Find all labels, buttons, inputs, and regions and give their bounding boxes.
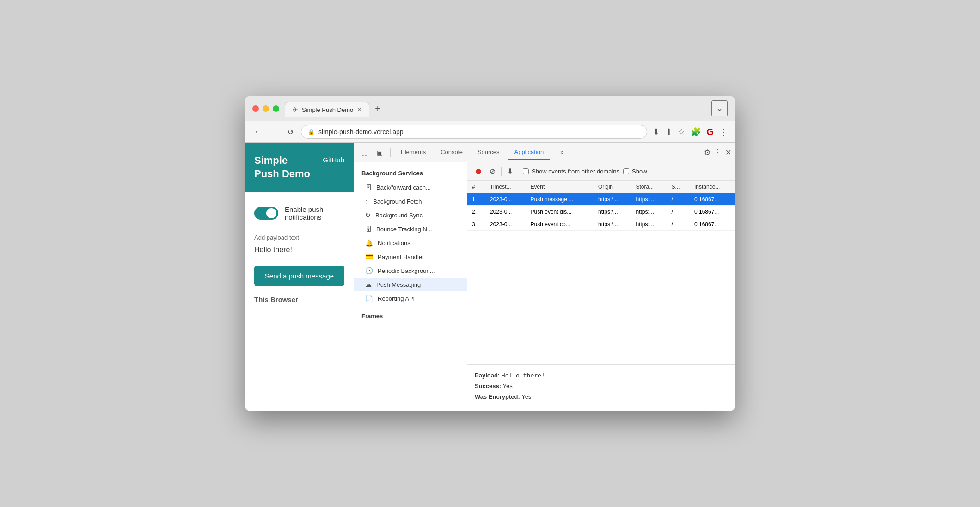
push-notifications-toggle[interactable] — [254, 207, 278, 220]
show-checkbox-label[interactable]: Show ... — [623, 168, 654, 175]
sidebar-item-periodic-bg[interactable]: 🕐 Periodic Backgroun... — [354, 264, 467, 278]
payment-icon: 💳 — [365, 253, 373, 260]
toggle-knob — [266, 208, 276, 218]
bg-sync-icon: ↻ — [365, 211, 371, 219]
this-browser-label: This Browser — [254, 296, 344, 303]
cell-storage: https:... — [631, 218, 667, 231]
show-checkbox[interactable] — [623, 168, 629, 174]
sidebar-item-label: Background Fetch — [373, 198, 422, 205]
sidebar-item-bg-fetch[interactable]: ↕ Background Fetch — [354, 194, 467, 208]
back-button[interactable]: ← — [252, 126, 263, 138]
table-row[interactable]: 2. 2023-0... Push event dis... https:/..… — [467, 206, 735, 218]
cell-instance: 0:16867... — [690, 218, 735, 231]
show-events-checkbox-label[interactable]: Show events from other domains — [523, 168, 619, 175]
sidebar-item-label: Push Messaging — [376, 281, 421, 288]
events-data-table: # Timest... Event Origin Stora... S... I… — [467, 181, 735, 231]
address-bar-input[interactable]: 🔒 simple-push-demo.vercel.app — [301, 125, 647, 139]
sidebar-item-reporting[interactable]: 📄 Reporting API — [354, 291, 467, 305]
browser-tab[interactable]: ✈ Simple Push Demo ✕ — [285, 102, 369, 117]
push-messaging-icon: ☁ — [365, 281, 372, 288]
reload-button[interactable]: ↺ — [286, 126, 295, 138]
devtools-panel: ⬚ ▣ Elements Console Sources Application… — [354, 143, 735, 411]
website-panel: GitHub SimplePush Demo Enable pushnotifi… — [245, 143, 354, 411]
cell-timestamp: 2023-0... — [485, 193, 526, 206]
col-num: # — [467, 181, 485, 193]
github-link[interactable]: GitHub — [323, 156, 344, 164]
minimize-button[interactable] — [263, 105, 269, 112]
table-row[interactable]: 1. 2023-0... Push message ... https:/...… — [467, 193, 735, 206]
tab-title: Simple Push Demo — [302, 106, 353, 113]
detail-payload-row: Payload: Hello there! — [475, 372, 728, 379]
devtools-inspect-icon[interactable]: ⬚ — [358, 145, 371, 160]
devtools-responsive-icon[interactable]: ▣ — [373, 145, 386, 160]
tab-more-button[interactable]: ⌄ — [711, 100, 728, 116]
detail-panel: Payload: Hello there! Success: Yes Was E… — [467, 364, 735, 411]
tab-close-button[interactable]: ✕ — [357, 106, 361, 113]
profile-icon[interactable]: G — [706, 127, 714, 137]
maximize-button[interactable] — [273, 105, 279, 112]
sidebar-item-back-forward[interactable]: 🗄 Back/forward cach... — [354, 180, 467, 194]
share-icon[interactable]: ⬆ — [665, 127, 672, 137]
back-forward-icon: 🗄 — [365, 184, 372, 191]
tab-icon: ✈ — [293, 106, 298, 113]
sidebar-item-push-messaging[interactable]: ☁ Push Messaging — [354, 278, 467, 291]
address-text: simple-push-demo.vercel.app — [318, 128, 640, 136]
col-storage: Stora... — [631, 181, 667, 193]
devtools-more-menu-icon[interactable]: ⋮ — [714, 148, 722, 157]
forward-button[interactable]: → — [269, 126, 280, 138]
devtools-tabs-bar: ⬚ ▣ Elements Console Sources Application… — [354, 143, 735, 162]
encrypted-label: Was Encrypted: — [475, 393, 520, 400]
col-event: Event — [526, 181, 594, 193]
show-events-label: Show events from other domains — [532, 168, 619, 175]
cell-timestamp: 2023-0... — [485, 206, 526, 218]
devtools-more-tabs[interactable]: » — [554, 145, 570, 160]
sidebar-item-label: Background Sync — [375, 212, 423, 219]
success-value: Yes — [502, 383, 512, 390]
table-row[interactable]: 3. 2023-0... Push event co... https:/...… — [467, 218, 735, 231]
download-events-button[interactable]: ⬇ — [505, 165, 515, 178]
show-label: Show ... — [632, 168, 654, 175]
sidebar-item-payment[interactable]: 💳 Payment Handler — [354, 250, 467, 264]
periodic-bg-icon: 🕐 — [365, 267, 373, 274]
browser-menu-button[interactable]: ⋮ — [719, 127, 728, 137]
cell-instance: 0:16867... — [690, 206, 735, 218]
cell-origin: https:/... — [594, 206, 631, 218]
devtools-settings-icon[interactable]: ⚙ — [704, 148, 710, 157]
success-label: Success: — [475, 383, 501, 390]
cell-timestamp: 2023-0... — [485, 218, 526, 231]
tab-elements[interactable]: Elements — [394, 145, 432, 160]
cell-s: / — [667, 218, 690, 231]
sidebar-item-bg-sync[interactable]: ↻ Background Sync — [354, 208, 467, 222]
cell-storage: https:... — [631, 193, 667, 206]
send-push-button[interactable]: Send a push message — [254, 266, 344, 286]
extensions-icon[interactable]: 🧩 — [691, 127, 701, 137]
browser-toolbar: ⬇ ⬆ ☆ 🧩 G ⋮ — [653, 127, 728, 137]
star-icon[interactable]: ☆ — [678, 127, 685, 137]
new-tab-button[interactable]: + — [371, 102, 384, 116]
clear-button[interactable]: ⊘ — [488, 165, 497, 178]
sidebar-item-label: Back/forward cach... — [376, 184, 431, 191]
col-instance: Instance... — [690, 181, 735, 193]
record-button[interactable]: ⏺ — [473, 166, 484, 178]
payload-input[interactable] — [254, 244, 344, 256]
cell-num: 3. — [467, 218, 485, 231]
download-icon[interactable]: ⬇ — [653, 127, 660, 137]
background-services-header: Background Services — [354, 166, 467, 180]
devtools-main: ⏺ ⊘ ⬇ Show events from other domains Sho… — [467, 162, 735, 411]
close-button[interactable] — [252, 105, 259, 112]
site-body: Enable pushnotifications Add payload tex… — [245, 192, 354, 317]
devtools-close-icon[interactable]: ✕ — [725, 148, 731, 157]
sidebar-item-label: Payment Handler — [378, 254, 424, 260]
devtools-sidebar: Background Services 🗄 Back/forward cach.… — [354, 162, 467, 411]
sidebar-item-bounce-tracking[interactable]: 🗄 Bounce Tracking N... — [354, 222, 467, 236]
col-timestamp: Timest... — [485, 181, 526, 193]
tab-console[interactable]: Console — [434, 145, 469, 160]
browser-window: ✈ Simple Push Demo ✕ + ⌄ ← → ↺ 🔒 simple-… — [245, 96, 735, 411]
sidebar-item-label: Periodic Backgroun... — [378, 267, 435, 274]
tab-application[interactable]: Application — [508, 145, 551, 160]
show-events-checkbox[interactable] — [523, 168, 529, 174]
title-bar: ✈ Simple Push Demo ✕ + ⌄ — [245, 96, 735, 121]
tab-sources[interactable]: Sources — [471, 145, 506, 160]
sidebar-item-label: Reporting API — [378, 295, 415, 302]
sidebar-item-notifications[interactable]: 🔔 Notifications — [354, 236, 467, 250]
